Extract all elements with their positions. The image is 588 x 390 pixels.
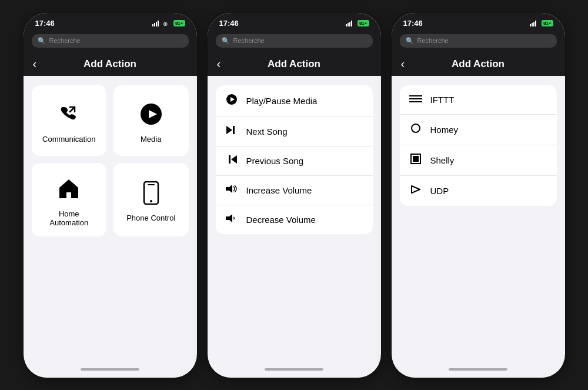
media-list: Play/Pause Media Next Song	[216, 85, 373, 234]
list-item-play-pause[interactable]: Play/Pause Media	[216, 85, 373, 117]
homey-label: Homey	[430, 125, 459, 135]
search-bar-1[interactable]: 🔍 Recherche	[24, 32, 197, 52]
communication-label: Communication	[42, 135, 95, 144]
udp-label: UDP	[430, 186, 449, 196]
list-item-increase-volume[interactable]: Increase Volume	[216, 176, 373, 205]
search-placeholder-2: Recherche	[233, 37, 265, 44]
homey-icon	[409, 123, 422, 136]
search-bar-2[interactable]: 🔍 Recherche	[208, 32, 381, 52]
media-label: Media	[141, 135, 161, 144]
svg-rect-9	[148, 184, 155, 185]
grid-card-media[interactable]: Media	[113, 85, 189, 156]
svg-point-31	[412, 124, 420, 132]
wifi-icon: ⊕	[163, 21, 170, 26]
list-item-udp[interactable]: UDP	[400, 176, 557, 206]
decrease-volume-label: Decrease Volume	[246, 215, 316, 225]
nav-title-3: Add Action	[452, 58, 505, 70]
svg-rect-28	[409, 95, 422, 96]
svg-marker-22	[226, 185, 232, 193]
home-bar-2	[265, 368, 323, 371]
svg-rect-14	[351, 21, 352, 26]
ifttt-icon	[409, 94, 422, 106]
battery-badge-1: 81+	[173, 20, 185, 26]
svg-marker-23	[226, 214, 232, 222]
svg-rect-26	[533, 22, 534, 26]
integration-list: IFTTT Homey Shelly	[400, 85, 557, 206]
action-grid-1: Communication Media Home Automation	[32, 85, 189, 236]
status-bar-3: 17:46 81+	[392, 13, 565, 32]
status-time-2: 17:46	[219, 19, 239, 28]
list-item-previous-song[interactable]: Previous Song	[216, 146, 373, 176]
next-song-icon	[225, 125, 238, 138]
content-1: Communication Media Home Automation	[24, 76, 197, 364]
next-song-label: Next Song	[246, 126, 288, 136]
play-pause-icon	[225, 94, 238, 108]
home-bar-1	[81, 368, 139, 371]
svg-point-10	[150, 200, 152, 202]
svg-text:⊕: ⊕	[163, 21, 168, 26]
list-item-next-song[interactable]: Next Song	[216, 117, 373, 146]
home-automation-icon	[57, 177, 81, 204]
status-time-1: 17:46	[35, 19, 55, 28]
status-bar-1: 17:46 ⊕ 81+	[24, 13, 197, 32]
svg-rect-25	[532, 23, 533, 26]
svg-marker-17	[226, 126, 232, 134]
shelly-icon	[409, 154, 422, 167]
svg-rect-18	[233, 126, 235, 134]
svg-rect-13	[349, 22, 350, 26]
search-placeholder-1: Recherche	[49, 37, 81, 44]
svg-rect-21	[229, 155, 230, 164]
media-icon	[139, 102, 163, 129]
svg-rect-2	[156, 22, 157, 26]
nav-title-1: Add Action	[83, 58, 136, 70]
signal-icon-2	[346, 21, 354, 26]
svg-marker-7	[59, 179, 78, 198]
status-time-3: 17:46	[403, 19, 423, 28]
back-button-2[interactable]: ‹	[217, 57, 221, 71]
svg-marker-34	[412, 186, 420, 193]
nav-bar-2: ‹ Add Action	[208, 52, 381, 76]
svg-rect-1	[154, 23, 155, 26]
svg-rect-12	[348, 23, 349, 26]
svg-rect-11	[346, 24, 347, 26]
previous-song-icon	[225, 155, 238, 167]
search-icon-1: 🔍	[38, 37, 46, 45]
search-bar-3[interactable]: 🔍 Recherche	[392, 32, 565, 52]
decrease-volume-icon	[225, 214, 238, 226]
home-indicator-1	[24, 364, 197, 378]
increase-volume-label: Increase Volume	[246, 185, 312, 195]
grid-card-communication[interactable]: Communication	[32, 85, 107, 156]
svg-rect-29	[409, 98, 422, 99]
status-icons-3: 81+	[530, 20, 553, 26]
grid-card-home-automation[interactable]: Home Automation	[32, 163, 107, 236]
search-icon-3: 🔍	[406, 37, 414, 45]
svg-marker-20	[231, 155, 237, 164]
list-item-decrease-volume[interactable]: Decrease Volume	[216, 205, 373, 234]
list-item-homey[interactable]: Homey	[400, 115, 557, 145]
phone-control-label: Phone Control	[126, 214, 175, 222]
list-item-ifttt[interactable]: IFTTT	[400, 85, 557, 115]
nav-bar-1: ‹ Add Action	[24, 52, 197, 76]
home-bar-3	[449, 368, 507, 371]
phone-1: 17:46 ⊕ 81+ 🔍 Recherche ‹ Add Action	[24, 13, 197, 378]
shelly-label: Shelly	[430, 155, 455, 165]
battery-badge-2: 81+	[358, 20, 369, 26]
content-3: IFTTT Homey Shelly	[392, 76, 565, 364]
grid-card-phone-control[interactable]: Phone Control	[113, 163, 189, 236]
phone-control-icon	[142, 181, 160, 208]
list-item-shelly[interactable]: Shelly	[400, 145, 557, 176]
nav-bar-3: ‹ Add Action	[392, 52, 565, 76]
svg-rect-3	[158, 21, 159, 26]
udp-icon	[409, 184, 422, 198]
back-button-1[interactable]: ‹	[33, 57, 37, 71]
svg-rect-24	[530, 24, 531, 26]
home-indicator-3	[392, 364, 565, 378]
search-placeholder-3: Recherche	[417, 37, 449, 44]
home-indicator-2	[208, 364, 381, 378]
back-button-3[interactable]: ‹	[401, 57, 405, 71]
communication-icon	[57, 102, 81, 129]
ifttt-label: IFTTT	[430, 95, 455, 105]
search-icon-2: 🔍	[222, 37, 230, 45]
battery-badge-3: 81+	[542, 20, 553, 26]
signal-icon	[152, 21, 161, 26]
